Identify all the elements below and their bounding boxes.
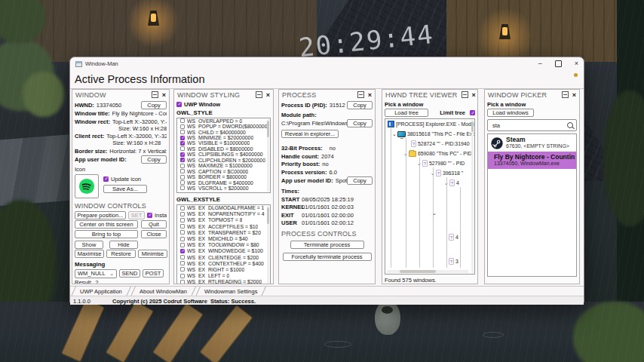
collapse-icon[interactable]: [462, 91, 468, 98]
copy-aumid-button[interactable]: Copy: [347, 176, 373, 185]
list-item-steam[interactable]: Steam 67630, <EMPTY STRING>: [488, 134, 576, 152]
chevron-down-icon[interactable]: ⌄: [432, 210, 437, 216]
maximize-icon[interactable]: [555, 60, 562, 67]
exstyle-row[interactable]: WS_EX_NOPARENTNOTIFY = 4: [177, 211, 270, 217]
window-list[interactable]: Steam 67630, <EMPTY STRING> Fly By Night…: [487, 133, 577, 277]
exstyle-row[interactable]: WS_EX_RTLREADING = $2000: [177, 279, 270, 284]
tree-node[interactable]: ⌄ 38015618 "This PC - File Expl: [385, 129, 474, 139]
close-icon[interactable]: ×: [266, 92, 270, 98]
exstyle-row[interactable]: WS_EX_ACCEPTFILES = $10: [177, 223, 270, 229]
checkbox[interactable]: [180, 180, 185, 185]
checkbox[interactable]: [180, 243, 185, 247]
tree-node[interactable]: [PROCESS] Explorer.EXE - Model:"": [385, 119, 474, 129]
checkbox[interactable]: [180, 158, 185, 162]
set-button[interactable]: SET: [128, 211, 145, 219]
titlebar[interactable]: Window-Man – ×: [70, 57, 584, 70]
copy-pid-button[interactable]: Copy: [347, 101, 373, 109]
checkbox[interactable]: [180, 141, 185, 146]
style-row[interactable]: WS_POPUP = DWORD($80000000): [177, 124, 270, 129]
hwnd-tree[interactable]: [PROCESS] Explorer.EXE - Model:"" ⌄ 3801…: [385, 118, 475, 275]
copy-aumid-button[interactable]: Copy: [141, 155, 167, 164]
checkbox[interactable]: [180, 152, 185, 157]
search-box[interactable]: [487, 119, 577, 131]
checkbox[interactable]: [180, 261, 185, 265]
checkbox[interactable]: [180, 255, 185, 259]
exstyle-row[interactable]: WS_EX_CLIENTEDGE = $200: [177, 254, 270, 260]
exstyle-row[interactable]: WS_EX_WINDOWEDGE = $100: [177, 248, 270, 254]
load-tree-button[interactable]: Load tree: [385, 109, 428, 117]
checkbox[interactable]: [180, 136, 185, 140]
exstyle-row[interactable]: WS_EX_TOPMOST = 8: [177, 217, 270, 223]
send-button[interactable]: SEND: [119, 269, 140, 278]
style-row[interactable]: WS_CLIPCHILDREN = $2000000: [177, 158, 270, 163]
checkbox[interactable]: [180, 146, 185, 151]
gwl-style-list[interactable]: WS_OVERLAPPED = 0 WS_POPUP = DWORD($8000…: [176, 118, 271, 193]
checkbox[interactable]: [180, 186, 185, 190]
style-row[interactable]: WS_VSCROLL = $200000: [177, 186, 270, 191]
tree-node[interactable]: ? 528724 "" - PID:31940: [385, 139, 474, 149]
collapse-icon[interactable]: [562, 91, 569, 98]
style-row[interactable]: WS_BORDER = $800000: [177, 174, 270, 179]
style-row[interactable]: WS_CLIPSIBLINGS = $4000000: [177, 152, 270, 157]
style-row[interactable]: WS_MINIMIZE = $20000000: [177, 135, 270, 140]
reveal-explorer-button[interactable]: Reveal in explorer...: [281, 130, 339, 138]
limit-tree-checkbox[interactable]: [470, 110, 475, 115]
prepare-position-button[interactable]: Prepare position...: [75, 211, 126, 219]
uwp-window-checkbox[interactable]: [176, 102, 182, 107]
tree-node[interactable]: ⌄ ? 396318 ": [385, 168, 474, 178]
exstyle-row[interactable]: WS_EX_TOOLWINDOW = $80: [177, 242, 270, 248]
copy-path-button[interactable]: Copy: [347, 119, 373, 127]
gwl-exstyle-list[interactable]: WS_EX_DLGMODALFRAME = 1 WS_EX_NOPARENTNO…: [176, 204, 271, 285]
collapse-icon[interactable]: [152, 91, 158, 98]
scrollbar[interactable]: [267, 206, 269, 285]
checkbox[interactable]: [180, 212, 185, 216]
close-icon[interactable]: ×: [162, 92, 166, 98]
checkbox[interactable]: [180, 237, 185, 241]
checkbox[interactable]: [180, 118, 185, 123]
checkbox[interactable]: [180, 224, 185, 229]
force-terminate-button[interactable]: Forcefully terminate process: [283, 253, 372, 261]
chevron-down-icon[interactable]: ⌄: [392, 131, 397, 137]
close-icon[interactable]: ×: [472, 92, 476, 98]
checkbox[interactable]: [180, 274, 185, 278]
tree-node[interactable]: ? 3: [449, 256, 458, 266]
quit-button[interactable]: Quit: [141, 220, 167, 229]
center-screen-button[interactable]: Center on this screen: [75, 220, 138, 229]
checkbox[interactable]: [180, 267, 185, 272]
tree-node[interactable]: ? 4: [449, 232, 458, 242]
style-row[interactable]: WS_VISIBLE = $10000000: [177, 140, 270, 146]
close-icon[interactable]: ×: [368, 92, 372, 98]
checkbox[interactable]: [180, 280, 185, 284]
style-row[interactable]: WS_CAPTION = $C00000: [177, 168, 270, 173]
tree-node[interactable]: ⌄ ? 527980 "" - PID: [385, 158, 474, 168]
save-as-button[interactable]: Save As...: [103, 185, 147, 193]
exstyle-row[interactable]: WS_EX_DLGMODALFRAME = 1: [177, 205, 270, 211]
show-button[interactable]: Show: [75, 241, 103, 249]
search-input[interactable]: [491, 121, 564, 130]
hide-button[interactable]: Hide: [109, 241, 138, 249]
instant-checkbox[interactable]: [147, 213, 152, 218]
bring-to-top-button[interactable]: Bring to top: [75, 230, 138, 238]
exstyle-row[interactable]: WS_EX_CONTEXTHELP = $400: [177, 260, 270, 266]
vertical-scrollbar[interactable]: [471, 120, 474, 273]
checkbox[interactable]: [180, 175, 185, 179]
post-button[interactable]: POST: [143, 269, 164, 278]
scrollbar[interactable]: [267, 119, 269, 192]
checkbox[interactable]: [180, 218, 185, 222]
checkbox[interactable]: [180, 206, 185, 210]
style-row[interactable]: WS_DLGFRAME = $400000: [177, 179, 270, 185]
checkbox[interactable]: [180, 124, 185, 129]
checkbox[interactable]: [180, 130, 185, 134]
style-row[interactable]: WS_MAXIMIZE = $1000000: [177, 163, 270, 168]
checkbox[interactable]: [180, 249, 185, 253]
maximise-button[interactable]: Maximise: [75, 250, 104, 258]
style-row[interactable]: WS_DISABLED = $8000000: [177, 146, 270, 152]
window-icon-button[interactable]: [75, 174, 99, 198]
minimise-button[interactable]: Minimise: [138, 250, 167, 258]
checkbox[interactable]: [180, 164, 185, 168]
collapse-icon[interactable]: [256, 91, 262, 98]
checkbox[interactable]: [180, 169, 185, 173]
update-icon-checkbox[interactable]: [103, 176, 109, 182]
checkbox[interactable]: [180, 230, 185, 235]
close-icon[interactable]: ×: [575, 60, 578, 67]
